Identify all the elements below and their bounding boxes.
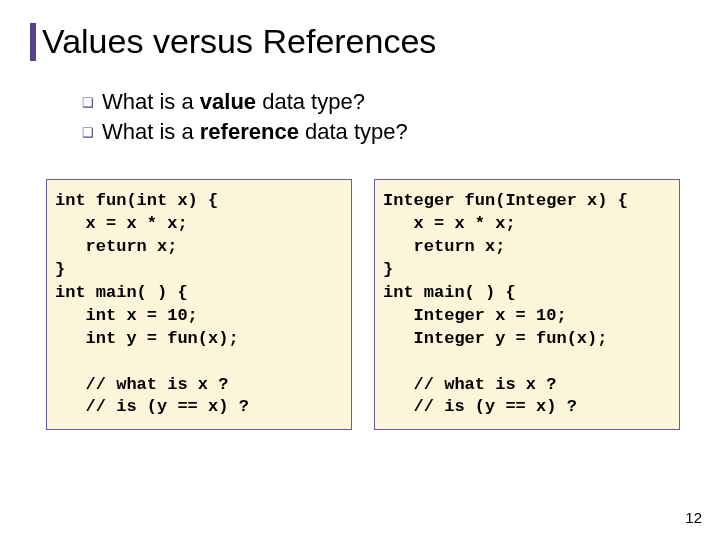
bullet-bold: reference <box>200 119 299 144</box>
bullet-prefix: What is a <box>102 119 200 144</box>
bullet-item: ❑ What is a reference data type? <box>82 119 690 145</box>
slide-title-bar: Values versus References <box>30 22 690 61</box>
bullet-prefix: What is a <box>102 89 200 114</box>
bullet-suffix: data type? <box>256 89 365 114</box>
square-bullet-icon: ❑ <box>82 125 94 140</box>
code-box-int: int fun(int x) { x = x * x; return x; } … <box>46 179 352 430</box>
code-box-integer: Integer fun(Integer x) { x = x * x; retu… <box>374 179 680 430</box>
bullet-list: ❑ What is a value data type? ❑ What is a… <box>82 89 690 145</box>
slide-title: Values versus References <box>42 22 436 61</box>
code-example-row: int fun(int x) { x = x * x; return x; } … <box>46 179 680 430</box>
bullet-item: ❑ What is a value data type? <box>82 89 690 115</box>
bullet-suffix: data type? <box>299 119 408 144</box>
bullet-text: What is a reference data type? <box>102 119 408 145</box>
bullet-text: What is a value data type? <box>102 89 365 115</box>
page-number: 12 <box>685 509 702 526</box>
square-bullet-icon: ❑ <box>82 95 94 110</box>
title-accent-mark <box>30 23 36 61</box>
bullet-bold: value <box>200 89 256 114</box>
